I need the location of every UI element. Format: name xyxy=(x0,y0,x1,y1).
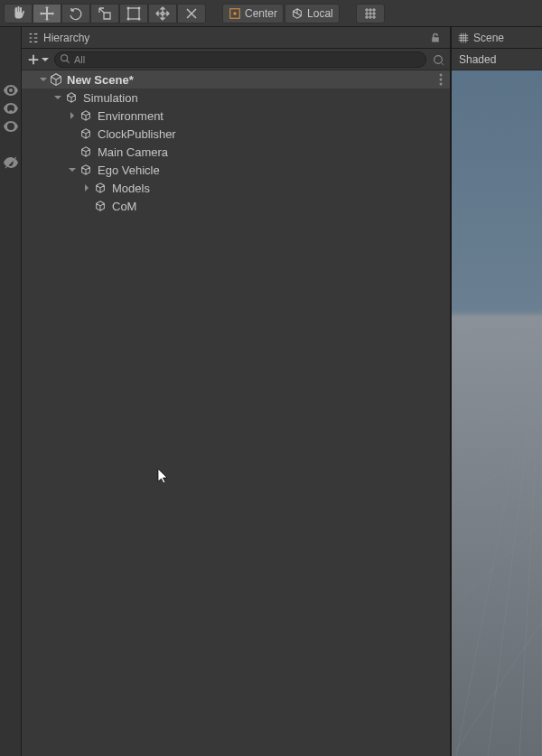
scene-name: New Scene* xyxy=(67,73,134,87)
custom-tool[interactable] xyxy=(177,4,206,23)
lock-icon[interactable] xyxy=(430,33,441,43)
pivot-toggle[interactable]: Center xyxy=(222,4,284,23)
svg-line-16 xyxy=(452,396,542,423)
hierarchy-tab-bar: Hierarchy xyxy=(22,27,450,49)
eye-icon xyxy=(4,103,18,114)
add-button[interactable] xyxy=(25,53,51,66)
foldout-expanded-icon[interactable] xyxy=(38,74,49,85)
gameobject-icon xyxy=(63,91,79,104)
svg-point-11 xyxy=(440,79,443,81)
gameobject-icon xyxy=(78,145,94,158)
tree-item-clockpublisher[interactable]: ClockPublisher xyxy=(22,125,450,143)
scene-menu-button[interactable] xyxy=(439,73,443,86)
main-toolbar: Center Local xyxy=(0,0,542,27)
svg-line-18 xyxy=(452,522,542,608)
tree-item-label: Main Camera xyxy=(98,145,168,159)
scene-panel: Scene Shaded xyxy=(452,27,542,756)
scene-toolbar: Shaded xyxy=(452,49,542,70)
tree-item-label: CoM xyxy=(112,200,136,213)
main-area: Hierarchy All xyxy=(0,27,542,756)
tree-item-label: ClockPublisher xyxy=(98,127,176,141)
svg-point-1 xyxy=(127,6,130,9)
svg-point-9 xyxy=(435,55,443,63)
grid-icon xyxy=(457,32,470,44)
visibility-toggle-1[interactable] xyxy=(0,99,22,117)
tree-item-environment[interactable]: Environment xyxy=(22,107,450,125)
tree-item-egovehicle[interactable]: Ego Vehicle xyxy=(22,161,450,179)
hand-tool[interactable] xyxy=(4,4,33,23)
svg-point-2 xyxy=(138,6,141,9)
svg-line-21 xyxy=(488,319,542,756)
space-toggle[interactable]: Local xyxy=(285,4,340,23)
rotate-icon xyxy=(69,6,83,21)
snap-toggle[interactable] xyxy=(356,4,385,23)
svg-point-3 xyxy=(127,17,130,20)
hierarchy-panel: Hierarchy All xyxy=(22,27,452,756)
svg-point-10 xyxy=(440,74,443,77)
mouse-cursor-icon xyxy=(157,468,172,486)
tree-item-com[interactable]: CoM xyxy=(22,197,450,215)
foldout-collapsed-icon[interactable] xyxy=(67,110,78,121)
rect-tool[interactable] xyxy=(119,4,148,23)
search-input[interactable]: All xyxy=(54,51,426,68)
foldout-collapsed-icon[interactable] xyxy=(81,182,92,193)
transform-tool[interactable] xyxy=(148,4,177,23)
hierarchy-icon xyxy=(27,32,40,44)
cross-tools-icon xyxy=(184,6,199,21)
gameobject-icon xyxy=(78,109,94,122)
move-icon xyxy=(40,6,54,21)
svg-line-14 xyxy=(452,328,542,332)
tree-item-label: Simulation xyxy=(83,91,138,105)
search-type-button[interactable] xyxy=(430,51,446,68)
filter-icon xyxy=(432,53,444,66)
hierarchy-tab[interactable]: Hierarchy xyxy=(27,32,89,44)
foldout-expanded-icon[interactable] xyxy=(67,164,78,175)
plus-icon xyxy=(27,53,40,66)
scene-tab-label: Scene xyxy=(473,32,504,44)
shading-dropdown[interactable]: Shaded xyxy=(455,53,500,66)
search-icon xyxy=(61,54,70,64)
transform-tool-group xyxy=(4,4,206,23)
svg-point-7 xyxy=(233,12,237,15)
scene-row[interactable]: New Scene* xyxy=(22,70,450,89)
scene-viewport[interactable] xyxy=(452,70,542,756)
svg-line-19 xyxy=(452,621,542,756)
gameobject-icon xyxy=(92,200,108,212)
foldout-expanded-icon[interactable] xyxy=(52,92,63,103)
scene-tab-bar: Scene xyxy=(452,27,542,49)
local-icon xyxy=(291,7,304,20)
eye-off-icon xyxy=(4,156,18,169)
scene-tab[interactable]: Scene xyxy=(457,32,504,44)
gameobject-icon xyxy=(78,127,94,140)
rotate-tool[interactable] xyxy=(61,4,90,23)
hierarchy-toolbar: All xyxy=(22,49,450,70)
tree-item-models[interactable]: Models xyxy=(22,179,450,197)
visibility-gutter xyxy=(0,27,22,756)
tree-item-simulation[interactable]: Simulation xyxy=(22,89,450,107)
eye-icon xyxy=(4,121,18,132)
unity-scene-icon xyxy=(49,72,63,87)
tree-item-label: Environment xyxy=(98,109,164,123)
svg-point-12 xyxy=(440,83,443,86)
hierarchy-tab-label: Hierarchy xyxy=(43,32,89,44)
svg-line-15 xyxy=(452,355,542,369)
svg-point-8 xyxy=(61,55,68,61)
tree-item-label: Ego Vehicle xyxy=(98,163,160,177)
pivot-label: Center xyxy=(245,7,277,20)
visibility-toggle-2[interactable] xyxy=(0,117,22,135)
visibility-toggle-hidden[interactable] xyxy=(0,154,22,172)
rect-icon xyxy=(126,6,141,21)
shading-label: Shaded xyxy=(459,53,496,66)
search-placeholder: All xyxy=(74,54,85,65)
snap-icon xyxy=(363,6,378,21)
center-icon xyxy=(229,7,241,20)
kebab-icon xyxy=(439,73,443,86)
scale-tool[interactable] xyxy=(90,4,119,23)
visibility-toggle-scene[interactable] xyxy=(0,81,22,99)
svg-point-4 xyxy=(138,17,141,20)
transform-icon xyxy=(155,6,170,21)
move-tool[interactable] xyxy=(33,4,61,23)
tree-item-maincamera[interactable]: Main Camera xyxy=(22,143,450,161)
tree-item-label: Models xyxy=(112,182,150,195)
hierarchy-tree: New Scene* Simulation Environment xyxy=(22,70,450,756)
